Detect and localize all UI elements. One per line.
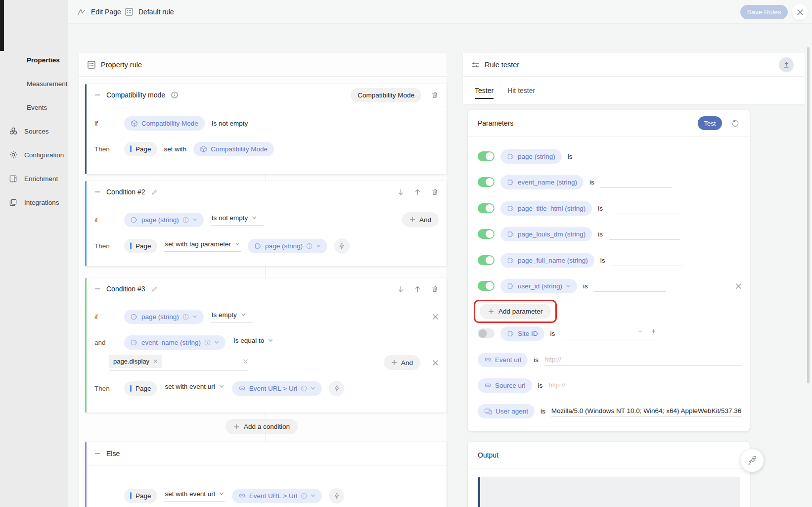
tab-tester[interactable]: Tester	[475, 77, 494, 104]
test-button[interactable]: Test	[698, 116, 722, 130]
property-pill-page-string[interactable]: page (string)	[248, 239, 327, 253]
operator-dropdown[interactable]: Is equal to	[232, 337, 278, 348]
remove-chip-icon[interactable]	[153, 359, 158, 364]
add-condition-button[interactable]: Add a condition	[226, 419, 298, 434]
rocket-assistant-icon[interactable]	[741, 449, 764, 472]
value-chip[interactable]: page.display	[109, 355, 162, 368]
property-pill-event-url[interactable]: Event URL > Url	[232, 381, 322, 396]
collapse-minus-icon[interactable]	[94, 451, 100, 457]
toggle-on[interactable]	[478, 255, 495, 265]
remove-parameter-icon[interactable]	[735, 283, 742, 289]
source-url-pill[interactable]: Source url	[478, 378, 532, 393]
add-and-button[interactable]: And	[384, 355, 420, 370]
trash-icon[interactable]	[431, 91, 439, 99]
site-id-pill[interactable]: Site ID	[500, 326, 544, 341]
parameter-value-input[interactable]	[600, 176, 672, 188]
mode-dropdown[interactable]: set with event url	[164, 490, 225, 502]
info-icon[interactable]	[306, 243, 313, 249]
sidebar-item-measurements[interactable]: Measurements	[0, 72, 68, 95]
mode-dropdown[interactable]: set with event url	[164, 383, 225, 394]
add-and-button[interactable]: And	[402, 212, 439, 227]
sidebar-item-events[interactable]: Events	[0, 95, 68, 119]
move-down-icon[interactable]	[397, 188, 405, 196]
sidebar-item-configuration[interactable]: Configuration	[0, 143, 68, 167]
toggle-on[interactable]	[478, 177, 495, 187]
parameter-value-input[interactable]	[609, 228, 680, 240]
collapse-minus-icon[interactable]	[94, 189, 100, 195]
values-field[interactable]: page.display	[109, 355, 248, 371]
breadcrumb-default-rule[interactable]: Default rule	[125, 0, 174, 24]
vertical-scrollbar[interactable]	[807, 47, 810, 383]
save-rules-button[interactable]: Save Rules	[740, 5, 788, 19]
stepper-minus-icon[interactable]	[637, 328, 643, 334]
property-pill-event-url[interactable]: Event URL > Url	[232, 489, 322, 503]
parameter-value-input[interactable]	[609, 202, 680, 214]
parameter-pill[interactable]: page_louis_dm (string)	[500, 227, 592, 241]
trash-icon[interactable]	[431, 188, 439, 196]
user-agent-input[interactable]	[551, 405, 742, 417]
info-icon[interactable]	[171, 92, 178, 98]
parameter-pill[interactable]: page_full_name (string)	[500, 253, 594, 268]
parameter-pill[interactable]: page (string)	[500, 149, 562, 164]
mode-dropdown[interactable]: set with tag parameter	[164, 240, 241, 252]
operator-dropdown[interactable]: Is empty	[211, 311, 253, 323]
parameter-pill[interactable]: user_id (string)	[500, 279, 577, 293]
target-pill-page[interactable]: Page	[124, 239, 157, 253]
property-pill-compatibility-mode[interactable]: Compatibility Mode	[193, 142, 274, 156]
export-upload-icon[interactable]	[779, 57, 794, 72]
info-icon[interactable]	[301, 493, 307, 499]
sidebar-item-properties[interactable]: Properties	[0, 48, 68, 72]
property-pill-page-string[interactable]: page (string)	[124, 213, 204, 227]
property-pill-page-string[interactable]: page (string)	[124, 310, 204, 324]
target-pill-page[interactable]: Page	[124, 142, 157, 156]
event-url-input[interactable]	[544, 354, 742, 366]
collapse-minus-icon[interactable]	[94, 92, 100, 98]
target-pill-page[interactable]: Page	[124, 381, 157, 396]
dynamic-value-bolt-icon[interactable]	[334, 238, 350, 254]
trash-icon[interactable]	[431, 285, 439, 293]
clear-field-icon[interactable]	[243, 359, 248, 364]
toggle-on[interactable]	[478, 229, 495, 239]
collapse-minus-icon[interactable]	[94, 286, 100, 292]
remove-condition-row-icon[interactable]	[432, 360, 439, 366]
toggle-on[interactable]	[478, 281, 495, 291]
stepper-plus-icon[interactable]	[651, 328, 656, 334]
operator-dropdown[interactable]: Is not empty	[211, 214, 264, 226]
sidebar-item-sources[interactable]: Sources	[0, 119, 68, 143]
close-icon[interactable]	[792, 4, 808, 20]
sidebar-item-integrations[interactable]: Integrations	[0, 190, 68, 214]
is-label: is	[598, 205, 603, 212]
property-pill-compatibility-mode[interactable]: Compatibility Mode	[124, 116, 205, 131]
tab-hit-tester[interactable]: Hit tester	[507, 77, 535, 104]
remove-condition-row-icon[interactable]	[432, 314, 439, 320]
toggle-on[interactable]	[478, 151, 495, 161]
source-url-input[interactable]	[548, 379, 742, 391]
dynamic-value-bolt-icon[interactable]	[329, 488, 344, 504]
move-down-icon[interactable]	[397, 285, 405, 293]
parameter-pill[interactable]: page_title_html (string)	[500, 201, 592, 216]
user-agent-pill[interactable]: User agent	[478, 404, 535, 418]
info-icon[interactable]	[301, 385, 307, 392]
parameter-value-input[interactable]	[594, 280, 666, 292]
property-pill-event-name[interactable]: event_name (string)	[124, 335, 226, 350]
toggle-on[interactable]	[478, 203, 495, 213]
is-label: is	[538, 382, 543, 389]
move-up-icon[interactable]	[414, 188, 421, 196]
breadcrumb-edit-page[interactable]: Edit Page	[77, 0, 121, 24]
pencil-icon[interactable]	[151, 189, 158, 195]
pencil-icon[interactable]	[151, 286, 158, 292]
info-icon[interactable]	[182, 314, 189, 320]
sidebar-item-enrichment[interactable]: Enrichment	[0, 167, 68, 190]
event-url-pill[interactable]: Event url	[478, 353, 528, 367]
info-icon[interactable]	[204, 339, 211, 346]
parameter-value-input[interactable]	[579, 150, 650, 162]
add-parameter-button[interactable]: Add parameter	[480, 304, 551, 319]
parameter-pill[interactable]: event_name (string)	[500, 175, 584, 189]
toggle-off[interactable]	[478, 328, 495, 338]
dynamic-value-bolt-icon[interactable]	[329, 381, 344, 396]
move-up-icon[interactable]	[414, 285, 421, 293]
info-icon[interactable]	[182, 217, 189, 223]
reset-icon[interactable]	[728, 116, 742, 130]
parameter-value-input[interactable]	[611, 254, 683, 266]
target-pill-page[interactable]: Page	[124, 489, 157, 503]
